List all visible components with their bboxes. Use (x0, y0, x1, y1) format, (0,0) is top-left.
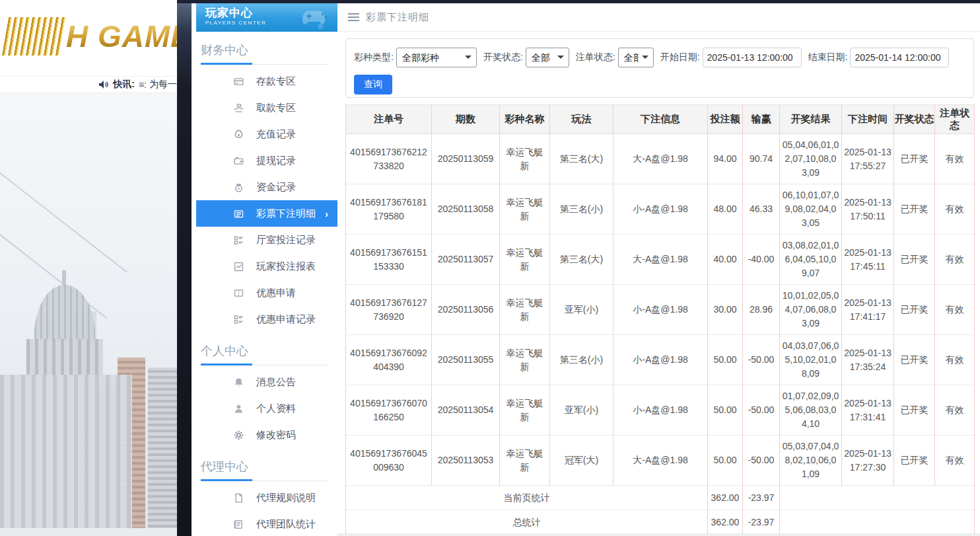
col-header-bet-info: 下注信息 (613, 105, 708, 134)
recharge-bag-icon (232, 128, 244, 140)
sidebar-item-withdraw-records[interactable]: 提现记录 (192, 147, 337, 174)
sidebar-item-promo-apply[interactable]: 优惠申请 (192, 280, 337, 306)
cell-amount: 48.00 (708, 184, 743, 235)
hall-bet-record-icon (232, 234, 244, 246)
sidebar-item-agent-rules[interactable]: 代理规则说明 (192, 484, 337, 511)
cell-lottery: 幸运飞艇新 (500, 436, 550, 486)
cell-draw-status: 已开奖 (894, 436, 935, 486)
funds-record-icon (232, 181, 244, 193)
col-header-result: 开奖结果 (780, 105, 842, 134)
sidebar-item-label: 代理团队统计 (256, 518, 316, 531)
cell-play: 第三名(小) (550, 335, 613, 385)
sidebar-item-bet-report[interactable]: 玩家投注报表 (192, 253, 337, 280)
promo-apply-icon (232, 287, 244, 299)
cell-period: 20250113057 (432, 235, 500, 285)
search-button[interactable]: 查询 (354, 75, 392, 95)
cell-play: 亚军(小) (550, 385, 613, 436)
cell-play: 第三名(大) (550, 235, 613, 285)
filter-panel: 彩种类型: 全部彩种 开奖状态: 全部 注单状态: 全部 开始日期: 结束日期:… (345, 38, 974, 98)
cell-result: 05,04,06,01,02,07,10,08,03,09 (780, 134, 842, 184)
cell-time: 2025-01-13 17:41:17 (842, 285, 894, 335)
person-icon (232, 402, 244, 414)
cell-play: 亚军(小) (550, 285, 613, 335)
cell-bet-info: 大-A盘@1.98 (613, 235, 708, 285)
bell-icon (232, 376, 244, 388)
main-content: 彩票下注明细 彩种类型: 全部彩种 开奖状态: 全部 注单状态: 全部 开始日期… (337, 3, 980, 536)
promo-record-icon (232, 313, 244, 325)
bottom-strip (337, 533, 980, 536)
sidebar-item-withdraw-zone[interactable]: 取款专区 (192, 95, 337, 121)
sidebar-item-announcements[interactable]: 消息公告 (192, 369, 337, 395)
section-title-agent: 代理中心 (201, 459, 328, 475)
content-titlebar: 彩票下注明细 (337, 3, 980, 32)
cell-order-no: 401569173676045009630 (346, 436, 432, 486)
cell-order-status: 有效 (935, 335, 975, 385)
order-status-select[interactable]: 全部 (618, 48, 654, 67)
sidebar-item-promo-records[interactable]: 优惠申请记录 (192, 306, 337, 332)
bet-detail-table: 注单号 期数 彩种名称 玩法 下注信息 投注额 输赢 开奖结果 下注时间 开奖状… (345, 104, 975, 535)
section-title-finance: 财务中心 (201, 42, 328, 58)
chevron-right-icon: › (325, 208, 328, 219)
cell-result: 05,03,07,04,08,02,10,06,01,09 (780, 436, 842, 486)
sidebar-item-label: 个人资料 (256, 402, 296, 415)
lottery-bet-detail-icon (232, 208, 244, 219)
background-page: H GAME 快讯: ≡: 为每一 (0, 0, 177, 536)
marquee-text: 为每一 (149, 79, 177, 91)
lottery-type-select[interactable]: 全部彩种 (396, 48, 477, 67)
cell-bet-info: 大-A盘@1.98 (613, 436, 708, 486)
sidebar-item-label: 厅室投注记录 (256, 234, 316, 247)
bet-report-icon (232, 260, 244, 272)
summary-empty (780, 486, 975, 510)
cell-lottery: 幸运飞艇新 (500, 385, 550, 436)
summary-label: 总统计 (346, 510, 708, 535)
col-header-time: 下注时间 (842, 105, 894, 134)
cell-order-no: 401569173676181179580 (346, 184, 432, 235)
sidebar-item-hall-bet-records[interactable]: 厅室投注记录 (192, 227, 337, 253)
cell-win: 90.74 (743, 134, 780, 184)
cell-win: -40.00 (743, 235, 780, 285)
end-date-input[interactable] (850, 48, 949, 67)
cell-win: 28.96 (743, 285, 780, 335)
start-date-input[interactable] (703, 48, 802, 67)
cell-period: 20250113058 (432, 184, 500, 235)
sidebar-item-profile[interactable]: 个人资料 (192, 395, 337, 422)
cell-play: 第三名(大) (550, 134, 613, 184)
col-header-draw-status: 开奖状态 (894, 105, 935, 134)
cell-result: 10,01,02,05,04,07,06,08,03,09 (780, 285, 842, 335)
cell-time: 2025-01-13 17:55:27 (842, 134, 894, 184)
cell-draw-status: 已开奖 (894, 385, 935, 436)
sidebar-item-label: 取款专区 (256, 102, 296, 114)
marquee-label: 快讯: (113, 79, 135, 91)
sidebar-item-lottery-bet-detail[interactable]: 彩票下注明细 › (196, 200, 337, 227)
sidebar-item-label: 优惠申请记录 (256, 313, 316, 326)
page-footer-strip (0, 528, 177, 536)
table-row: 401569173676181179580 20250113058 幸运飞艇新 … (346, 184, 975, 235)
sidebar-item-label: 消息公告 (256, 376, 296, 389)
cell-result: 04,03,07,06,05,10,02,01,08,09 (780, 335, 842, 385)
gear-icon (232, 429, 244, 441)
sidebar-item-recharge-records[interactable]: 充值记录 (192, 121, 337, 147)
draw-status-select[interactable]: 全部 (526, 48, 569, 67)
cell-bet-info: 大-A盘@1.98 (613, 134, 708, 184)
cell-order-no: 401569173676151153330 (346, 235, 432, 285)
sidebar-item-label: 资金记录 (256, 181, 296, 194)
cell-time: 2025-01-13 17:31:41 (842, 385, 894, 436)
table-row: 401569173676151153330 20250113057 幸运飞艇新 … (346, 235, 975, 285)
sidebar-item-deposit-zone[interactable]: 存款专区 (192, 68, 337, 95)
section-underline (201, 364, 328, 365)
cell-play: 第三名(小) (550, 184, 613, 235)
sidebar-item-agent-team-stats[interactable]: 代理团队统计 (192, 511, 337, 536)
cell-lottery: 幸运飞艇新 (500, 335, 550, 385)
menu-toggle-icon[interactable] (348, 13, 359, 21)
cell-result: 06,10,01,07,09,08,02,04,03,05 (780, 184, 842, 235)
sidebar-item-funds-records[interactable]: 资金记录 (192, 174, 337, 200)
gamepad-icon (299, 6, 332, 34)
cell-lottery: 幸运飞艇新 (500, 134, 550, 184)
cell-result: 03,08,02,01,06,04,05,10,09,07 (780, 235, 842, 285)
overlay-dim-strip (177, 0, 192, 536)
sidebar-item-change-password[interactable]: 修改密码 (192, 422, 337, 448)
team-stats-icon (232, 518, 244, 530)
cell-period: 20250113059 (432, 134, 500, 184)
sidebar-header: 玩家中心 PLAYERS CENTER (196, 3, 337, 32)
summary-amount: 362.00 (708, 510, 743, 535)
